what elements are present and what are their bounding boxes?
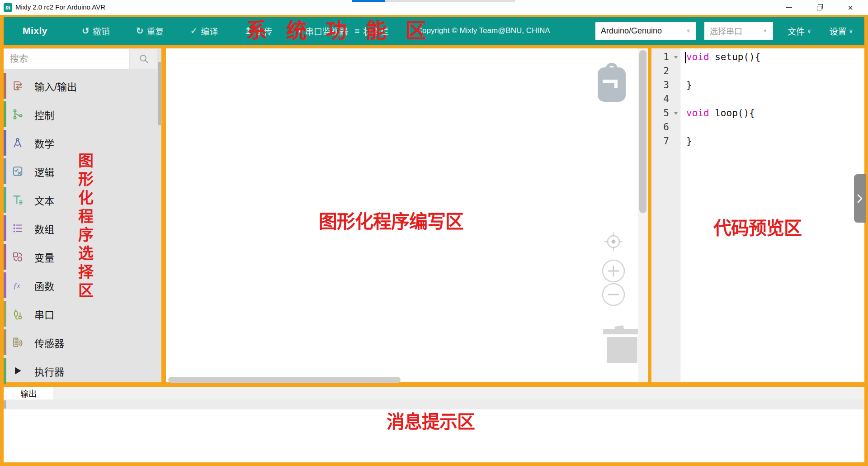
port-select-placeholder: 选择串口 (710, 25, 742, 37)
serial-monitor-icon: ● (298, 28, 302, 34)
category-label: 数组 (34, 221, 54, 236)
svg-text:ƒx: ƒx (13, 282, 20, 290)
code-gutter: 1234567 (651, 48, 680, 382)
undo-icon: ↺ (82, 26, 90, 35)
zoom-in-icon[interactable] (601, 259, 626, 285)
annotation-code-area: 代码预览区 (713, 219, 802, 238)
zoom-out-icon[interactable] (601, 282, 626, 309)
line-number: 3 (651, 78, 680, 92)
toolbar-button-label: 上传 (255, 25, 272, 37)
serial-monitor-button[interactable]: ●串口监视器 (298, 25, 348, 37)
undo-button[interactable]: ↺撤销 (82, 25, 110, 37)
sensor-icon (11, 336, 24, 348)
sidebar-item-logic[interactable]: 逻辑 (4, 157, 161, 185)
chevron-down-icon: ∨ (807, 28, 811, 34)
redo-button[interactable]: ↻重复 (136, 25, 164, 37)
category-color-bar (4, 130, 6, 156)
statusbar-button[interactable]: ≡状态栏 (354, 25, 389, 37)
search-icon (139, 54, 149, 64)
upload-button[interactable]: ↥上传 (244, 25, 272, 37)
toolbar-button-label: 撤销 (93, 25, 110, 37)
category-color-bar (4, 158, 6, 184)
redo-icon: ↻ (136, 26, 144, 35)
canvas-vscrollbar-track (638, 48, 648, 382)
sidebar-scrollbar[interactable] (158, 62, 161, 125)
category-label: 函数 (34, 278, 54, 293)
sidebar-item-text[interactable]: 文本 (4, 185, 161, 214)
sidebar-item-function[interactable]: ƒx函数 (4, 271, 161, 300)
canvas-hscrollbar-thumb[interactable] (168, 377, 401, 383)
fold-arrow-icon[interactable] (674, 56, 678, 59)
trash-icon[interactable] (603, 323, 642, 366)
chevron-right-icon (857, 194, 863, 204)
output-panel: 输出 消息提示区 (4, 387, 864, 462)
line-number: 6 (651, 120, 680, 134)
toolbar-buttons: ↺撤销↻重复✓编译↥上传●串口监视器≡状态栏 (47, 25, 389, 37)
restore-icon (817, 6, 821, 10)
code-line: } (686, 78, 760, 92)
fold-arrow-icon[interactable] (674, 112, 678, 115)
line-number: 4 (651, 92, 680, 106)
line-number: 2 (651, 64, 680, 78)
code-preview-panel: 1234567 void setup(){}void loop(){} 代码预览… (651, 48, 864, 382)
math-icon (11, 137, 24, 149)
copyright-text: Copyright © Mixly Team@BNU, CHINA (417, 26, 550, 35)
code-line: } (686, 134, 760, 148)
resize-handle[interactable] (4, 400, 6, 409)
sidebar-item-io[interactable]: 输入/输出 (4, 71, 161, 100)
text-icon (11, 194, 24, 206)
annotation-workspace-area: 图形化程序编写区 (319, 212, 463, 232)
sidebar-item-math[interactable]: 数学 (4, 128, 161, 157)
category-color-bar (4, 244, 6, 270)
settings-menu[interactable]: 设置 ∨ (829, 25, 853, 37)
code-lines: void setup(){}void loop(){} (686, 50, 760, 148)
search-button[interactable] (130, 49, 157, 69)
chevron-down-icon: ▼ (686, 28, 691, 33)
statusbar-icon: ≡ (354, 26, 360, 35)
window-title: Mixly 2.0 rc2 For Arduino AVR (15, 3, 105, 11)
logic-icon (11, 165, 24, 177)
upload-icon: ↥ (244, 26, 252, 35)
file-menu[interactable]: 文件 ∨ (788, 25, 811, 37)
main-toolbar: Mixly ↺撤销↻重复✓编译↥上传●串口监视器≡状态栏 Copyright ©… (4, 17, 864, 45)
category-color-bar (4, 358, 6, 384)
backpack-icon[interactable] (596, 60, 627, 105)
mixly-logo-icon: m (4, 3, 12, 12)
port-select[interactable]: 选择串口 ▼ (704, 22, 773, 40)
minimize-button[interactable] (778, 0, 799, 15)
category-label: 变量 (34, 250, 54, 264)
center-blocks-icon[interactable] (603, 231, 624, 254)
annotation-message-area: 消息提示区 (387, 412, 475, 432)
compile-button[interactable]: ✓编译 (190, 25, 218, 37)
line-number: 1 (651, 50, 680, 64)
expand-panel-button[interactable] (854, 174, 866, 223)
minimize-icon (786, 7, 792, 8)
board-select[interactable]: Arduino/Genuino ▼ (595, 22, 696, 40)
restore-button[interactable] (809, 0, 830, 15)
sidebar-item-serial[interactable]: 串口 (4, 300, 161, 328)
sidebar-item-array[interactable]: 数组 (4, 214, 161, 243)
category-label: 串口 (34, 307, 54, 321)
sidebar-item-variable[interactable]: 变量 (4, 243, 161, 271)
canvas-vscrollbar-thumb[interactable] (639, 50, 646, 213)
close-button[interactable]: × (840, 0, 861, 15)
category-color-bar (4, 272, 6, 298)
toolbar-button-label: 编译 (201, 25, 218, 37)
category-label: 逻辑 (34, 164, 54, 179)
toolbar-button-label: 重复 (147, 25, 164, 37)
settings-menu-label: 设置 (829, 25, 846, 37)
code-line: void setup(){ (686, 50, 760, 64)
search-input[interactable] (4, 49, 129, 69)
blockly-workspace[interactable]: 图形化程序编写区 (166, 48, 648, 382)
sidebar-item-control[interactable]: 控制 (4, 100, 161, 128)
array-icon (11, 222, 24, 234)
close-icon: × (848, 3, 853, 12)
toolbar-button-label: 串口监视器 (305, 25, 348, 37)
sidebar-item-sensor[interactable]: 传感器 (4, 328, 161, 357)
window-titlebar: m Mixly 2.0 rc2 For Arduino AVR × (0, 0, 868, 15)
io-icon (11, 80, 24, 92)
sidebar-item-actuator[interactable]: 执行器 (4, 357, 161, 385)
tab-output[interactable]: 输出 (4, 387, 53, 399)
category-label: 输入/输出 (34, 79, 77, 93)
actuator-icon (11, 365, 24, 377)
